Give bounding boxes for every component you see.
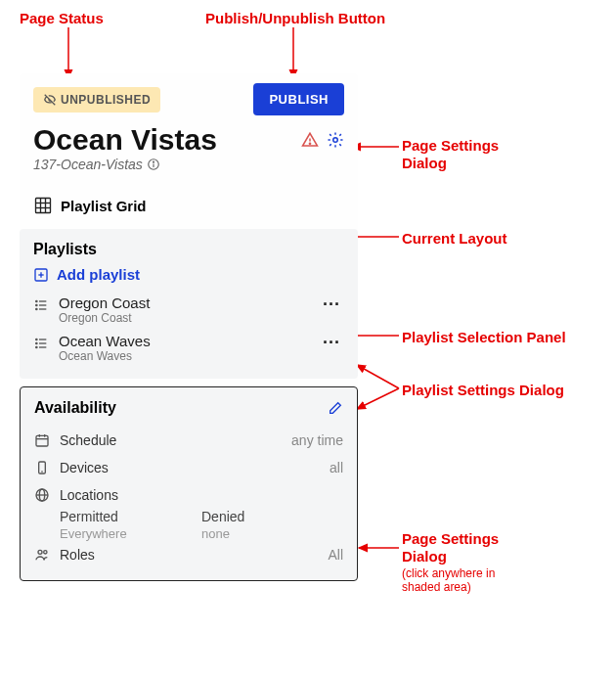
globe-icon [34,487,50,503]
playlist-name: Ocean Waves [59,333,309,349]
svg-line-6 [357,388,399,409]
devices-row: Devices all [34,454,343,481]
annotation-page-status: Page Status [20,10,104,27]
calendar-icon [34,432,50,448]
playlist-name: Oregon Coast [59,294,309,311]
roles-value: All [328,547,343,563]
add-playlist-label: Add playlist [57,266,140,283]
status-text: UNPUBLISHED [61,93,151,107]
playlists-section: Playlists Add playlist Oregon Coa [20,229,358,379]
page-slug: 137-Ocean-Vistas [33,157,143,172]
schedule-label: Schedule [60,432,282,448]
list-icon [33,336,49,351]
eye-off-icon [43,93,57,107]
svg-point-24 [36,304,37,305]
playlist-item[interactable]: Oregon Coast Oregon Coast ··· [33,291,344,329]
svg-rect-14 [36,199,51,213]
device-icon [34,460,50,475]
playlist-more-button[interactable]: ··· [319,333,344,353]
list-icon [33,297,49,313]
svg-point-43 [38,550,42,554]
page-title: Ocean Vistas [33,123,217,157]
playlists-title: Playlists [33,241,344,258]
locations-row: Locations [34,481,343,509]
page-slug-row: 137-Ocean-Vistas [20,157,358,186]
locations-label: Locations [60,487,343,503]
grid-icon [33,196,53,215]
roles-row: Roles All [34,541,343,568]
warning-icon[interactable] [301,131,319,149]
svg-rect-34 [36,435,48,446]
locations-sub: Permitted Everywhere Denied none [34,509,343,541]
annotation-page-settings-bottom-sub: (click anywhere in shaded area) [402,566,495,595]
status-badge: UNPUBLISHED [33,87,160,113]
edit-icon[interactable] [328,400,343,416]
info-icon[interactable] [147,158,160,171]
svg-line-5 [357,365,399,388]
svg-point-30 [36,342,37,343]
page-settings-panel: UNPUBLISHED PUBLISH Ocean Vistas 137-Oce [20,73,358,581]
playlist-sub: Oregon Coast [59,311,309,325]
svg-point-10 [333,138,338,143]
header-row: UNPUBLISHED PUBLISH [20,73,358,121]
svg-point-44 [44,551,47,554]
roles-label: Roles [60,547,318,563]
permitted-label: Permitted [60,509,201,524]
svg-point-9 [309,143,310,144]
schedule-value: any time [291,432,343,448]
availability-section[interactable]: Availability Schedule any time [20,386,358,581]
svg-point-28 [36,339,37,339]
devices-value: all [330,460,343,475]
svg-point-26 [36,308,37,309]
denied-value: none [201,526,343,541]
title-row: Ocean Vistas [20,121,358,157]
annotation-publish-button: Publish/Unpublish Button [205,10,385,27]
users-icon [34,547,50,563]
devices-label: Devices [60,460,320,475]
playlist-sub: Ocean Waves [59,349,309,363]
svg-point-32 [36,346,37,347]
annotation-playlist-selection: Playlist Selection Panel [402,329,566,346]
gear-icon[interactable] [327,131,344,149]
layout-row[interactable]: Playlist Grid [20,186,358,229]
annotation-current-layout: Current Layout [402,230,507,248]
denied-label: Denied [201,509,343,524]
schedule-row: Schedule any time [34,427,343,454]
annotation-page-settings-top: Page Settings Dialog [402,137,499,172]
annotation-playlist-settings: Playlist Settings Dialog [402,382,564,399]
plus-square-icon [33,267,49,283]
add-playlist-button[interactable]: Add playlist [33,266,344,283]
playlist-more-button[interactable]: ··· [319,294,344,315]
playlist-item[interactable]: Ocean Waves Ocean Waves ··· [33,329,344,367]
svg-point-13 [153,161,154,162]
publish-button[interactable]: PUBLISH [253,83,344,115]
annotation-page-settings-bottom: Page Settings Dialog [402,530,499,565]
layout-name: Playlist Grid [61,198,147,214]
svg-point-22 [36,300,37,301]
availability-title: Availability [34,399,116,417]
permitted-value: Everywhere [60,526,201,541]
